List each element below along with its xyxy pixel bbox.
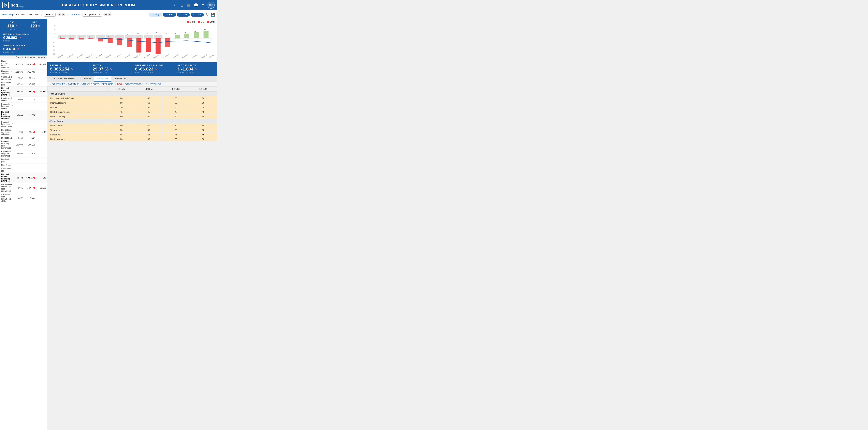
refresh-button[interactable]: ↻ (206, 12, 209, 17)
breadcrumb-scheduled[interactable]: SCHEDULED (52, 83, 65, 85)
tab-cash-out[interactable]: CASH OUT (94, 76, 112, 82)
metric-label: OPERATING CASH FLOW (135, 64, 172, 66)
cf-row-label: Cash and cash equivalents at BoP (0, 193, 14, 203)
tab-cash-in[interactable]: CASH IN (79, 76, 94, 82)
currency-prev-button[interactable]: ◀ (58, 13, 61, 16)
datatype-prev-button[interactable]: ◀ (104, 13, 107, 16)
menu-icon[interactable]: ≡ (202, 3, 204, 7)
undo-icon[interactable]: ↩ (174, 3, 177, 8)
currency-dropdown[interactable]: EUR ▼ (44, 12, 56, 17)
cf-row-label: Dividend paid (0, 158, 14, 164)
svg-rect-31 (165, 38, 170, 47)
cf-row-var (36, 164, 47, 167)
kpi-dso: DSO 110 ↗ 97 13 (2, 21, 23, 31)
data-type-dropdown[interactable]: Group Value ▼ (82, 12, 102, 17)
cf-table-row: Payment of long term-borrowing-34.604-34… (0, 150, 47, 158)
totalcost-sub: € 4.464 -149 (3, 51, 44, 53)
svg-rect-17 (134, 35, 144, 38)
grid-col-0 (48, 87, 108, 92)
cf-row-alt: -2.000 (24, 110, 36, 120)
svg-text:-40: -40 (53, 45, 55, 47)
breadcrumb-sep: > (80, 83, 81, 85)
breadcrumb-total-co[interactable]: TOTAL CO (150, 83, 161, 85)
cf-row-var (36, 158, 47, 164)
svg-text:W_202029: W_202029 (105, 54, 112, 58)
avatar[interactable]: WE (208, 2, 215, 9)
svg-text:-5: -5 (184, 32, 186, 33)
totalcost-label: TOTAL COST OF CASH (3, 45, 44, 47)
cf-row-dot-icon (33, 187, 35, 189)
grid-icon[interactable]: ▦ (187, 3, 190, 7)
cf-row-current: -8.041 (14, 183, 24, 193)
entity-btn-le-us1[interactable]: LE US1 (177, 12, 190, 17)
svg-text:60: 60 (54, 25, 56, 26)
top-nav: b sdg group CASH & LIQUIDITY SIMULATION … (0, 0, 217, 10)
breadcrumb-variable-cost[interactable]: VARIABLE COST (82, 83, 99, 85)
group-value-arrow-icon: ▼ (98, 13, 100, 16)
svg-text:-15: -15 (136, 33, 139, 34)
grid-cell-1: 30 (135, 128, 162, 133)
cf-row-alt: -2.000 (24, 97, 36, 103)
cf-row-current: -299 (14, 128, 24, 136)
grid-section-variable-costs: - Variable Costs (48, 92, 217, 96)
grid-row-label: Telephone (48, 128, 108, 133)
entity-btn-le-italy[interactable]: LE Italy (149, 12, 162, 17)
cf-row-alt (24, 120, 36, 128)
filter-bar: Data range 6/8/2020 - 12/31/2020 | EUR ▼… (0, 10, 217, 19)
tab-liquidity-by-entity[interactable]: LIQUIDITY BY ENTITY (50, 76, 79, 82)
cf-row-alt (24, 167, 36, 173)
cf-row-label: Net increase in cash and cash equivalent… (0, 183, 14, 193)
grid-cell-0: 45 (107, 133, 135, 137)
svg-rect-34 (194, 32, 199, 38)
cf-row-current (14, 164, 24, 167)
grid-row: Maint & Repairs60606060 (48, 101, 217, 105)
svg-rect-22 (79, 38, 84, 39)
svg-rect-24 (98, 38, 103, 41)
date-range: 6/8/2020 - 12/31/2020 (16, 13, 39, 16)
breadcrumb-opex-open[interactable]: OPEX OPEN (102, 83, 115, 85)
chat-icon[interactable]: 💬 (194, 3, 198, 7)
cf-row-current: 60.782 (14, 173, 24, 183)
cf-row-label: Government aid (0, 167, 14, 173)
grid-cell-1: 60 (135, 137, 162, 142)
grid-col-1: LE Italy (107, 87, 135, 92)
cf-row-alt: 60.932 (24, 173, 36, 183)
svg-text:W_202034: W_202034 (153, 54, 160, 58)
cf-row-alt: 17.067 (24, 183, 36, 193)
grid-cell-3: 60 (190, 123, 217, 128)
svg-text:20: 20 (54, 32, 56, 34)
grid-cell-1: 45 (135, 110, 162, 114)
entity-btn-le-us2[interactable]: LE US2 (191, 12, 204, 17)
metric-row: REVENUE € 365.254 ↘ € 401.610 Var. -36.3… (48, 62, 217, 76)
cf-row-label: Net cash from investing activities (0, 110, 14, 120)
cf-row-alt: 335.185 (24, 59, 36, 69)
dpo-sub: 123 0 (26, 29, 44, 31)
cf-row-current (14, 167, 24, 173)
tab-financial[interactable]: FINANCIAL (112, 76, 129, 82)
save-button[interactable]: 💾 (211, 12, 215, 17)
entity-filter: LE ItalyLE HunLE US1LE US2 (149, 12, 204, 17)
cf-table-row: Proceeds from sales of assets (0, 103, 47, 110)
sdg-logo: sdg group (11, 3, 24, 7)
datatype-next-button[interactable]: ▶ (108, 13, 112, 16)
chart-dot2-value: 11 (201, 21, 204, 23)
grid-cell-2: 60 (162, 123, 190, 128)
breadcrumb-hr[interactable]: HR (145, 83, 148, 85)
breadcrumb-cogs-opex-co[interactable]: COGS/OPEX CO (125, 83, 142, 85)
currency-next-button[interactable]: ▶ (62, 13, 65, 16)
svg-text:-80: -80 (53, 53, 55, 55)
svg-rect-15 (115, 35, 124, 38)
entity-btn-le-hun[interactable]: LE Hun (163, 12, 176, 17)
metric-arrow-icon: ↘ (71, 67, 73, 71)
grid-cell-0: 30 (107, 128, 135, 133)
cf-table-row: Proceeds from long-term borrowings100.00… (0, 140, 47, 150)
svg-rect-23 (88, 38, 93, 39)
home-icon[interactable]: ⌂ (181, 3, 183, 7)
grid-cell-0: 60 (107, 101, 135, 105)
dpo-arrow-icon: = (38, 24, 40, 28)
svg-rect-16 (125, 35, 134, 38)
kpi-dso-dpo-row: DSO 110 ↗ 97 13 DPO 123 = (2, 21, 45, 31)
svg-rect-13 (96, 35, 105, 38)
breadcrumb-overdue[interactable]: OVERDUE (68, 83, 79, 85)
grid-row: Insurance45454545 (48, 133, 217, 137)
